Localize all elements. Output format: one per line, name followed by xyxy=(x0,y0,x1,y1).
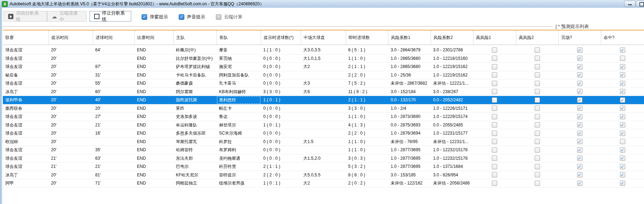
column-header[interactable]: 命中? xyxy=(601,30,644,45)
table-row[interactable]: 球会友谊21′63′END东法夫郡圣约翰斯通0 ( 0 : 0 )大1.5,2.… xyxy=(3,154,644,163)
column-header[interactable]: 即时进球数 xyxy=(346,30,388,45)
hit-checkbox[interactable] xyxy=(620,56,625,61)
table-row[interactable]: 玻利甲春20′40′END国民波托斯奥利恩特1 ( 0 : 1 )2 ( 1 :… xyxy=(3,96,644,104)
column-header[interactable]: 风险系数2 xyxy=(431,30,473,45)
finished-checkbox[interactable]: ✓ xyxy=(577,172,582,177)
high_risk1-checkbox[interactable] xyxy=(492,72,497,78)
high_risk2-checkbox[interactable] xyxy=(535,64,540,69)
table-row[interactable]: 球会友谊20′87′END萨布塔罗提比利锡施安尼0 ( 0 : 0 )大22 (… xyxy=(3,63,644,71)
hit-checkbox[interactable]: ✓ xyxy=(620,181,625,186)
high_risk2-checkbox[interactable] xyxy=(535,164,540,169)
hit-checkbox[interactable]: ✓ xyxy=(620,122,625,128)
hit-checkbox[interactable]: ✓ xyxy=(620,147,625,153)
finished-checkbox[interactable]: ✓ xyxy=(577,106,582,111)
column-header[interactable]: 客队 xyxy=(217,30,261,45)
column-header[interactable]: 主队 xyxy=(173,30,217,45)
toolbar-checkbox-0[interactable]: ✓弹窗提示 xyxy=(142,14,168,20)
column-header[interactable]: 联赛 xyxy=(3,30,48,45)
high_risk1-checkbox[interactable] xyxy=(492,122,497,128)
start-analysis-button[interactable]: 启动分析系统 xyxy=(4,11,47,22)
table-row[interactable]: 冰岛丁20′60′END阿尔霍斯KB布利得赫特3 ( 3 : 0 )大611 (… xyxy=(3,88,644,96)
hit-checkbox[interactable]: ✓ xyxy=(620,81,625,86)
column-header[interactable]: 进球时间 xyxy=(93,30,134,45)
column-header[interactable]: 高风险2 xyxy=(516,30,558,45)
finished-checkbox[interactable]: ✓ xyxy=(577,72,582,78)
toolbar-checkbox-2[interactable]: ✓云端计算 xyxy=(216,14,242,20)
hit-checkbox[interactable]: ✓ xyxy=(620,47,625,53)
hit-checkbox[interactable]: ✓ xyxy=(620,131,625,136)
finished-checkbox[interactable]: ✓ xyxy=(577,89,582,94)
column-header[interactable]: 提示时间 xyxy=(48,30,93,45)
high_risk2-checkbox[interactable] xyxy=(535,114,540,119)
hit-checkbox[interactable] xyxy=(620,139,625,144)
high_risk1-checkbox[interactable] xyxy=(492,172,497,177)
table-row[interactable]: 冰岛丁20′81′ENDKF哈夫尼尔雷特提尔2 ( 2 : 0 )大5.0,5.… xyxy=(3,171,644,180)
high_risk2-checkbox[interactable] xyxy=(535,56,540,61)
high_risk2-checkbox[interactable] xyxy=(535,172,540,177)
cloud-connect-button[interactable]: ☁ 云端连接中 xyxy=(47,11,87,22)
column-header[interactable]: 比赛时间 xyxy=(134,30,173,45)
finished-checkbox[interactable]: ✓ xyxy=(577,131,582,136)
table-row[interactable]: 球会友谊20′35′END哈姆雷特布罗姆利0 ( 0 : 0 )1 ( 1 : … xyxy=(3,146,644,154)
table-row[interactable]: 墨西联春20′20′END莱昂帕丘卡0 ( 0 : 0 )3 ( 3 : 0 )… xyxy=(3,104,644,113)
stop-analysis-button[interactable]: 停止分析系统 xyxy=(90,11,131,22)
toolbar-checkbox-1[interactable]: ✓声音提示 xyxy=(179,14,205,20)
high_risk1-checkbox[interactable] xyxy=(492,147,497,153)
hit-checkbox[interactable]: ✓ xyxy=(620,155,625,161)
high_risk1-checkbox[interactable] xyxy=(492,114,497,119)
finished-checkbox[interactable]: ✓ xyxy=(577,139,582,144)
finished-checkbox[interactable]: ✓ xyxy=(577,181,582,186)
hit-checkbox[interactable]: ✓ xyxy=(620,172,625,177)
hit-checkbox[interactable]: ✓ xyxy=(620,106,625,111)
high_risk1-checkbox[interactable] xyxy=(492,164,497,169)
high_risk2-checkbox[interactable] xyxy=(535,139,540,144)
minimize-button[interactable] xyxy=(624,1,636,7)
table-row[interactable]: 球会友谊20′16′END多恩多夫俱乐部SC米尔海姆0 ( 0 : 0 )2 (… xyxy=(3,129,644,138)
title-bar[interactable]: A Autobetsoft 走地大球上半场分析系统 V5.0（基于V4云分析引擎… xyxy=(0,0,644,8)
high_risk1-checkbox[interactable] xyxy=(492,89,497,94)
hit-checkbox[interactable]: ✓ xyxy=(620,72,625,78)
high_risk1-checkbox[interactable] xyxy=(492,139,497,144)
high_risk1-checkbox[interactable] xyxy=(492,81,497,86)
finished-checkbox[interactable]: ✓ xyxy=(577,147,582,153)
column-header[interactable]: 提示时进球数(*) xyxy=(261,30,301,45)
high_risk1-checkbox[interactable] xyxy=(492,131,497,136)
high_risk1-checkbox[interactable] xyxy=(492,64,497,69)
hit-checkbox[interactable]: ✓ xyxy=(620,97,625,103)
finished-checkbox[interactable]: ✓ xyxy=(577,97,582,103)
hit-checkbox[interactable]: ✓ xyxy=(620,114,625,119)
hit-checkbox[interactable]: ✓ xyxy=(620,64,625,69)
table-row[interactable]: 球会友谊20′55′END桑德豪森扎卡基马0 ( 0 : 0 )大37 ( 5 … xyxy=(3,79,644,88)
high_risk2-checkbox[interactable] xyxy=(535,181,540,186)
finished-checkbox[interactable]: ✓ xyxy=(577,47,582,53)
high_risk1-checkbox[interactable] xyxy=(492,56,497,61)
finished-checkbox[interactable]: ✓ xyxy=(577,56,582,61)
finished-checkbox[interactable]: ✓ xyxy=(577,114,582,119)
high_risk2-checkbox[interactable] xyxy=(535,89,540,94)
high_risk2-checkbox[interactable] xyxy=(535,72,540,78)
maximize-button[interactable] xyxy=(636,1,644,7)
table-row[interactable]: 球会友谊20′21′END幸运科隆队林登塔尔1 ( 0 : 1 )4 ( 1 :… xyxy=(3,121,644,130)
table-row[interactable]: 欧冠杯20′END琴斯托霍瓦科罗拉0 ( 0 : 0 )大1.51 ( 1 : … xyxy=(3,138,644,146)
finished-checkbox[interactable]: ✓ xyxy=(577,164,582,169)
finished-checkbox[interactable]: ✓ xyxy=(577,122,582,128)
high_risk1-checkbox[interactable] xyxy=(492,155,497,161)
hit-checkbox[interactable]: ✓ xyxy=(620,164,625,169)
column-header[interactable]: 风险系数1 xyxy=(388,30,431,45)
high_risk2-checkbox[interactable] xyxy=(535,122,540,128)
hit-checkbox[interactable]: ✓ xyxy=(620,89,625,94)
table-row[interactable]: 阿甲20′71′END阿根廷独立纽维尔老男孩1 ( 0 : 1 )大22 ( 0… xyxy=(3,179,644,188)
column-header[interactable]: 完场? xyxy=(558,30,601,45)
table-row[interactable]: 球会友谊20′27′END史洛加多波鲁达0 ( 0 : 0 )1 ( 1 : 0… xyxy=(3,113,644,121)
finished-checkbox[interactable]: ✓ xyxy=(577,155,582,161)
high_risk2-checkbox[interactable] xyxy=(535,147,540,153)
high_risk1-checkbox[interactable] xyxy=(492,106,497,111)
high_risk1-checkbox[interactable] xyxy=(492,47,497,53)
high_risk2-checkbox[interactable] xyxy=(535,97,540,103)
finished-checkbox[interactable]: ✓ xyxy=(577,81,582,86)
high_risk2-checkbox[interactable] xyxy=(535,81,540,86)
finished-checkbox[interactable]: ✓ xyxy=(577,64,582,69)
column-header[interactable]: 高风险1 xyxy=(473,30,516,45)
high_risk1-checkbox[interactable] xyxy=(492,181,497,186)
high_risk2-checkbox[interactable] xyxy=(535,131,540,136)
